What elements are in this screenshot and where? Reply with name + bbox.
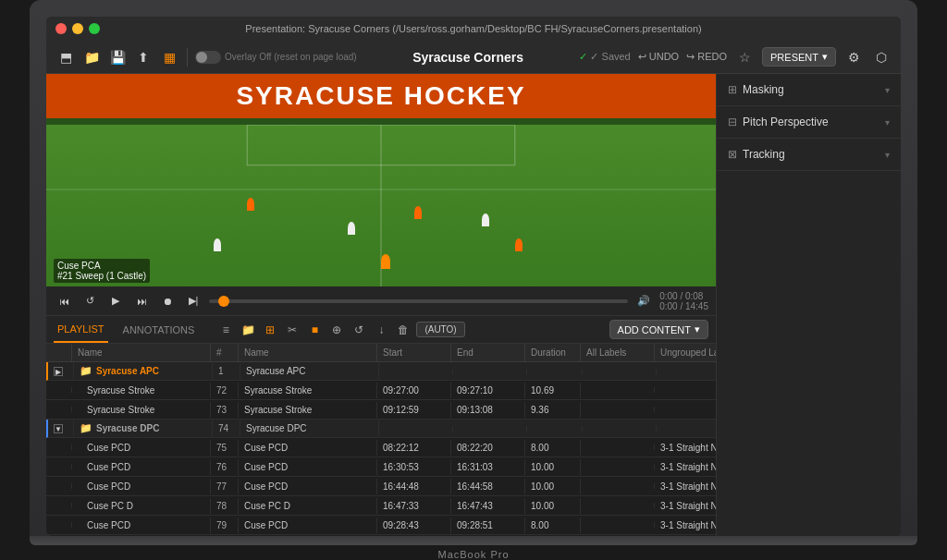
pitch-perspective-section: ⊟ Pitch Perspective ▾ [717, 106, 901, 139]
export-icon[interactable]: ⬆ [133, 47, 154, 67]
player-figure [515, 238, 523, 251]
player-figure [247, 198, 254, 211]
col-labels: All Labels [581, 344, 655, 361]
col-name1: Name [72, 344, 211, 361]
table-row[interactable]: Cuse PC D 78 Cuse PC D 16:47:33 16:47:43… [46, 496, 716, 516]
macbook-label: MacBook Pro [437, 549, 509, 560]
close-button[interactable] [55, 23, 67, 34]
presentation-title: Syracuse Corners [363, 50, 574, 65]
list-icon[interactable]: ≡ [216, 321, 235, 339]
left-panel: SYRACUSE HOCKEY [46, 74, 716, 536]
video-placeholder: SYRACUSE HOCKEY [46, 74, 716, 286]
table-row[interactable]: ▶ 📁Syracuse APC 1 Syracuse APC [46, 362, 716, 381]
controls-bar: ⏮ ↺ ▶ ⏭ ⏺ ▶| 🔊 0:00 / 0:08 0:00 / 14:45 [46, 286, 716, 316]
skip-back-icon[interactable]: ⏮ [54, 291, 74, 311]
player-figure [414, 206, 422, 219]
tracking-header[interactable]: ⊠ Tracking ▾ [717, 139, 901, 170]
redo-button[interactable]: ↪ REDO [686, 51, 727, 63]
settings-icon[interactable]: ⚙ [843, 47, 864, 67]
record-icon[interactable]: ⏺ [157, 291, 178, 311]
tab-annotations[interactable]: ANNOTATIONS [119, 316, 199, 343]
expand-cell[interactable]: ▶ [48, 363, 74, 380]
toggle-container: Overlay Off (reset on page load) [195, 51, 357, 64]
add-content-button[interactable]: ADD CONTENT ▾ [609, 320, 708, 339]
table-row[interactable]: ▼ 📁Syracuse DPC 74 Syracuse DPC [46, 420, 716, 438]
pitch-perspective-header[interactable]: ⊟ Pitch Perspective ▾ [717, 106, 901, 138]
group-icon[interactable]: ⊞ [261, 321, 279, 339]
chevron-down-icon: ▾ [885, 150, 890, 160]
expand-arrow[interactable]: ▶ [54, 367, 63, 376]
minimize-button[interactable] [72, 23, 83, 34]
grid-icon[interactable]: ▦ [159, 47, 179, 67]
name-cell: Syracuse Stroke [72, 383, 211, 398]
folder-icon[interactable]: 📁 [81, 47, 102, 67]
laptop-bottom [30, 536, 917, 545]
masking-header[interactable]: ⊞ Masking ▾ [717, 74, 901, 105]
expand-arrow[interactable]: ▼ [54, 424, 63, 433]
undo-button[interactable]: ↩ UNDO [638, 51, 679, 63]
down-icon[interactable]: ↓ [372, 321, 390, 339]
num-cell: 1 [213, 363, 240, 379]
name-cell: 📁Syracuse DPC [74, 420, 213, 437]
table-row[interactable]: Syracuse Stroke 73 Syracuse Stroke 09:12… [46, 400, 716, 420]
timeline-thumb[interactable] [218, 296, 229, 307]
overlay-toggle[interactable] [195, 51, 221, 64]
tracking-icon: ⊠ [728, 148, 737, 161]
tab-bar: PLAYLIST ANNOTATIONS ≡ 📁 ⊞ ✂ ■ ⊕ ↺ ↓ 🗑 [46, 316, 716, 344]
col-name2: Name [239, 344, 377, 361]
player-figure [482, 213, 489, 226]
fullscreen-button[interactable] [89, 23, 100, 34]
window-title: Presentation: Syracuse Corners (/Users/r… [245, 23, 701, 34]
tracking-section: ⊠ Tracking ▾ [717, 139, 901, 171]
refresh-icon[interactable]: ↺ [350, 321, 368, 339]
main-content: SYRACUSE HOCKEY [46, 74, 901, 536]
tab-icons: ≡ 📁 ⊞ ✂ ■ ⊕ ↺ ↓ 🗑 (AUTO) [216, 321, 464, 339]
external-link-icon[interactable]: ⬡ [871, 47, 892, 67]
star-icon[interactable]: ☆ [734, 47, 755, 67]
table-row[interactable]: Cuse PCD 76 Cuse PCD 16:30:53 16:31:03 1… [46, 457, 716, 477]
time-display: 0:00 / 0:08 0:00 / 14:45 [659, 291, 708, 311]
name-cell: Syracuse Stroke [72, 402, 211, 418]
col-num: # [211, 344, 239, 361]
player-figure [214, 238, 221, 251]
chevron-down-icon: ▾ [885, 117, 890, 128]
pitch-icon: ⊟ [728, 116, 737, 128]
overlay-label: Overlay Off (reset on page load) [225, 52, 357, 62]
chevron-down-icon: ▾ [822, 51, 828, 63]
table-row[interactable]: Syracuse Stroke 72 Syracuse Stroke 09:27… [46, 381, 716, 400]
masking-section: ⊞ Masking ▾ [717, 74, 901, 106]
player-figure [348, 222, 355, 235]
link-icon[interactable]: ⊕ [327, 321, 346, 339]
timeline-track[interactable] [209, 299, 628, 303]
table-row[interactable]: Cuse PCD 79 Cuse PCD 09:28:43 09:28:51 8… [46, 516, 716, 535]
name-cell: 📁Syracuse APC [74, 362, 213, 380]
col-expand [46, 344, 72, 361]
trash-icon[interactable]: 🗑 [394, 321, 412, 339]
play-icon[interactable]: ▶ [105, 291, 126, 311]
folder-icon: 📁 [80, 365, 92, 377]
new-window-icon[interactable]: ⬒ [55, 47, 76, 67]
present-button[interactable]: PRESENT ▾ [762, 47, 836, 67]
auto-button[interactable]: (AUTO) [416, 322, 464, 337]
toolbar-divider [187, 48, 188, 67]
volume-icon[interactable]: 🔊 [633, 291, 654, 311]
folder2-icon[interactable]: 📁 [239, 321, 257, 339]
tab-playlist[interactable]: PLAYLIST [54, 316, 108, 343]
table-header: Name # Name Start End Duration All Label… [46, 344, 716, 362]
toolbar: ⬒ 📁 💾 ⬆ ▦ Overlay Off (reset on page loa… [46, 41, 901, 74]
pitch-perspective-title: ⊟ Pitch Perspective [728, 116, 829, 128]
col3-cell: Syracuse APC [240, 363, 379, 379]
cut-icon[interactable]: ✂ [283, 321, 301, 339]
frame-next-icon[interactable]: ▶| [183, 291, 203, 311]
save-icon[interactable]: 💾 [107, 47, 128, 67]
table-row[interactable]: Cuse PCD 80 Cuse PCD 08:50:53 08:51:01 8… [46, 535, 716, 536]
right-panel: ⊞ Masking ▾ ⊟ Pitch Perspective [716, 74, 901, 536]
next-icon[interactable]: ⏭ [131, 291, 152, 311]
data-table: Name # Name Start End Duration All Label… [46, 344, 716, 536]
title-bar: Presentation: Syracuse Corners (/Users/r… [46, 17, 901, 41]
table-row[interactable]: Cuse PCD 77 Cuse PCD 16:44:48 16:44:58 1… [46, 477, 716, 496]
square-icon[interactable]: ■ [305, 321, 324, 339]
rotate-icon[interactable]: ↺ [80, 291, 100, 311]
traffic-lights [55, 23, 100, 34]
table-row[interactable]: Cuse PCD 75 Cuse PCD 08:22:12 08:22:20 8… [46, 438, 716, 457]
